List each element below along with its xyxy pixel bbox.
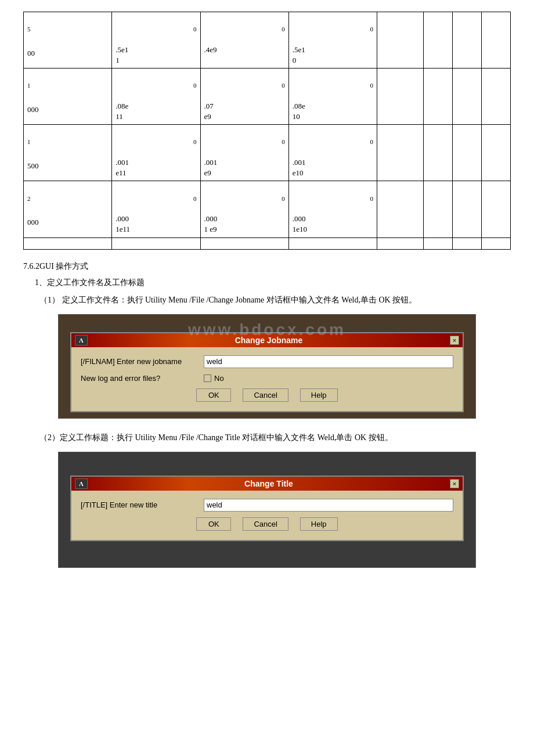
cell-empty xyxy=(482,125,511,181)
superscript: 5 xyxy=(27,26,30,33)
dialog2-titlebar: Λ Change Title × xyxy=(71,477,463,491)
dialog2-ok-button[interactable]: OK xyxy=(196,517,231,531)
cell-empty xyxy=(482,12,511,69)
table-row: 1 500 0 .001 e11 0 .001 e9 0 .001 e10 xyxy=(24,125,511,181)
dialog2-title-left: Λ xyxy=(75,478,88,489)
cell-empty xyxy=(453,125,482,181)
cell-r2c3: 0 .07 e9 xyxy=(200,69,288,125)
cell-r3c2: 0 .001 e11 xyxy=(112,125,200,181)
cell-r1c1: 5 00 xyxy=(24,12,112,69)
table-row: 2 000 0 .000 1e11 0 .000 1 e9 0 .000 1e1… xyxy=(24,181,511,237)
dialog2-title-input[interactable] xyxy=(204,499,453,512)
dialog2-cancel-button[interactable]: Cancel xyxy=(243,517,288,531)
cell-empty xyxy=(453,237,482,249)
cell-r4c2: 0 .000 1e11 xyxy=(112,181,200,237)
table-row: 5 00 0 .5e1 1 0 .4e9 0 .5e1 0 xyxy=(24,12,511,69)
step1-2-text: （2）定义工作标题：执行 Utility Menu /File /Change … xyxy=(23,430,511,445)
cell-empty xyxy=(424,237,453,249)
superscript: 1 xyxy=(27,138,30,145)
cell-empty xyxy=(424,181,453,237)
change-jobname-dialog: Λ Change Jobname × [/FILNAM] Enter new j… xyxy=(70,332,464,412)
cell-r3c4: 0 .001 e10 xyxy=(288,125,377,181)
cell-empty xyxy=(453,12,482,69)
data-table: 5 00 0 .5e1 1 0 .4e9 0 .5e1 0 1 xyxy=(23,12,511,250)
dialog1-buttons: OK Cancel Help xyxy=(81,388,453,402)
dialog1-cancel-button[interactable]: Cancel xyxy=(243,388,288,402)
dialog1-field2-label: New log and error files? xyxy=(81,374,197,383)
cell-empty xyxy=(377,12,424,69)
change-title-dialog: Λ Change Title × [/TITLE] Enter new titl… xyxy=(70,476,464,541)
cell-empty xyxy=(200,237,288,249)
dialog2-body: [/TITLE] Enter new title OK Cancel Help xyxy=(71,491,463,540)
cell-r4c4: 0 .000 1e10 xyxy=(288,181,377,237)
superscript: 1 xyxy=(27,82,30,89)
cell-empty xyxy=(424,69,453,125)
cell-r4c1: 2 000 xyxy=(24,181,112,237)
cell-r3c1: 1 500 xyxy=(24,125,112,181)
dialog1-field2-row: New log and error files? No xyxy=(81,374,453,383)
dialog1-ok-button[interactable]: OK xyxy=(196,388,231,402)
dialog2-field1-label: [/TITLE] Enter new title xyxy=(81,501,197,509)
cell-empty xyxy=(112,237,200,249)
table-row-empty xyxy=(24,237,511,249)
cell-empty xyxy=(24,237,112,249)
cell-r2c1: 1 000 xyxy=(24,69,112,125)
dialog1-jobname-input[interactable] xyxy=(204,355,453,368)
cell-r2c4: 0 .08e 10 xyxy=(288,69,377,125)
ansys-logo2-icon: Λ xyxy=(75,478,88,489)
dialog1-close-button[interactable]: × xyxy=(450,336,459,345)
dialog1-no-label: No xyxy=(214,374,224,383)
ansys-logo-icon: Λ xyxy=(75,335,88,345)
cell-empty xyxy=(377,69,424,125)
dialog2-screenshot: Λ Change Title × [/TITLE] Enter new titl… xyxy=(58,452,476,568)
cell-empty xyxy=(482,237,511,249)
dialog2-close-button[interactable]: × xyxy=(450,479,459,488)
dialog1-body: [/FILNAM] Enter new jobname New log and … xyxy=(71,347,463,411)
dialog2-buttons: OK Cancel Help xyxy=(81,517,453,531)
cell-empty xyxy=(453,181,482,237)
dialog2-title-text: Change Title xyxy=(88,479,450,488)
dialog2-help-button[interactable]: Help xyxy=(300,517,338,531)
dialog1-help-button[interactable]: Help xyxy=(300,388,338,402)
cell-empty xyxy=(453,69,482,125)
cell-empty xyxy=(377,237,424,249)
dialog1-title-text: Change Jobname xyxy=(88,336,450,345)
table-row: 1 000 0 .08e 11 0 .07 e9 0 .08e 10 xyxy=(24,69,511,125)
section-heading: 7.6.2GUI 操作方式 xyxy=(23,261,511,272)
step1-heading: 1、定义工作文件名及工作标题 xyxy=(35,278,511,288)
cell-empty xyxy=(377,125,424,181)
cell-empty xyxy=(482,69,511,125)
superscript: 2 xyxy=(27,195,30,202)
dialog1-checkbox-container: No xyxy=(204,374,224,383)
cell-empty xyxy=(424,125,453,181)
dialog1-field1-row: [/FILNAM] Enter new jobname xyxy=(81,355,453,368)
cell-empty xyxy=(424,12,453,69)
cell-empty xyxy=(482,181,511,237)
cell-r3c3: 0 .001 e9 xyxy=(200,125,288,181)
dialog1-titlebar: Λ Change Jobname × xyxy=(71,333,463,347)
cell-r2c2: 0 .08e 11 xyxy=(112,69,200,125)
cell-empty xyxy=(377,181,424,237)
dialog1-title-left: Λ xyxy=(75,335,88,345)
dialog1-no-checkbox[interactable] xyxy=(204,375,211,382)
cell-r4c3: 0 .000 1 e9 xyxy=(200,181,288,237)
cell-r1c4: 0 .5e1 0 xyxy=(288,12,377,69)
dialog2-field1-row: [/TITLE] Enter new title xyxy=(81,499,453,512)
cell-r1c2: 0 .5e1 1 xyxy=(112,12,200,69)
cell-empty xyxy=(288,237,377,249)
step1-1-text: （1） 定义工作文件名：执行 Utility Menu /File /Chang… xyxy=(23,293,511,307)
dialog1-screenshot: www.bdocx.com Λ Change Jobname × [/FILNA… xyxy=(58,314,476,419)
cell-r1c3: 0 .4e9 xyxy=(200,12,288,69)
dialog1-field1-label: [/FILNAM] Enter new jobname xyxy=(81,357,197,366)
